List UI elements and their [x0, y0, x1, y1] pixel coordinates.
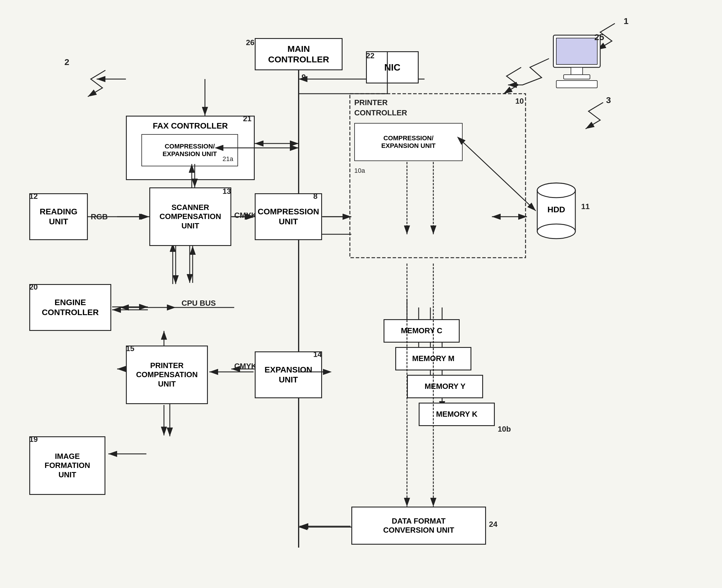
ref-14: 14: [313, 350, 322, 359]
ref-12: 12: [29, 192, 38, 201]
ref-13: 13: [222, 187, 231, 196]
main-controller-box: MAINCONTROLLER: [255, 38, 343, 70]
svg-rect-41: [556, 38, 597, 64]
diagram: MAINCONTROLLER 26 9 FAX CONTROLLER COMPR…: [0, 0, 722, 588]
fax-controller-box: FAX CONTROLLER COMPRESSION/EXPANSION UNI…: [126, 115, 255, 180]
ref-20: 20: [29, 282, 38, 292]
scanner-compensation-box: SCANNERCOMPENSATIONUNIT: [149, 187, 231, 246]
scanner-compensation-label: SCANNERCOMPENSATIONUNIT: [160, 203, 221, 230]
ref-2-label: 2: [64, 57, 69, 67]
compression-unit-box: COMPRESSIONUNIT: [255, 193, 322, 240]
cmyk-label-2: CMYK: [234, 362, 257, 371]
ref-9: 9: [301, 72, 306, 82]
memory-y-label: MEMORY Y: [425, 382, 466, 391]
expansion-unit-box: EXPANSIONUNIT: [255, 351, 322, 398]
reading-unit-label: READINGUNIT: [40, 207, 77, 226]
printer-compensation-label: PRINTERCOMPENSATIONUNIT: [136, 361, 198, 388]
memory-k-box: MEMORY K: [419, 403, 495, 426]
svg-point-38: [537, 224, 575, 239]
ref-25: 25: [594, 32, 604, 42]
hdd-label: HDD: [536, 205, 577, 214]
ref-21a: 21a: [222, 155, 233, 163]
memory-y-box: MEMORY Y: [407, 375, 483, 398]
ref-10a: 10a: [354, 167, 365, 174]
hdd-box: HDD: [536, 182, 577, 240]
memory-c-label: MEMORY C: [401, 326, 442, 335]
memory-k-label: MEMORY K: [436, 410, 477, 419]
image-formation-box: IMAGEFORMATIONUNIT: [29, 436, 105, 495]
rgb-label: RGB: [91, 212, 108, 222]
ref-1: 1: [624, 16, 629, 26]
svg-rect-43: [564, 75, 590, 79]
printer-compression-box: COMPRESSION/EXPANSION UNIT: [354, 123, 463, 161]
svg-line-68: [464, 143, 536, 211]
compression-unit-label: COMPRESSIONUNIT: [258, 207, 319, 226]
reading-unit-box: READINGUNIT: [29, 193, 88, 240]
ref-10: 10: [515, 97, 524, 106]
cmyk-label-1: CMYK: [234, 211, 257, 220]
printer-compression-label: COMPRESSION/EXPANSION UNIT: [381, 134, 436, 150]
expansion-unit-label: EXPANSIONUNIT: [265, 365, 312, 384]
ref-19: 19: [29, 435, 38, 444]
memory-m-label: MEMORY M: [412, 354, 454, 363]
svg-point-39: [537, 183, 575, 198]
nic-label: NIC: [384, 62, 400, 73]
printer-controller-region-label2: CONTROLLER: [354, 108, 407, 118]
memory-m-box: MEMORY M: [395, 347, 471, 371]
engine-controller-label: ENGINECONTROLLER: [42, 297, 99, 317]
ref-24: 24: [489, 520, 497, 529]
ref-8: 8: [313, 192, 317, 201]
memory-c-box: MEMORY C: [384, 319, 460, 343]
svg-rect-35: [350, 94, 526, 258]
ref-26: 26: [246, 38, 254, 47]
engine-controller-box: ENGINECONTROLLER: [29, 284, 111, 331]
printer-compensation-box: PRINTERCOMPENSATIONUNIT: [126, 345, 208, 404]
ref-22: 22: [366, 51, 375, 60]
printer-controller-region-label: PRINTER: [354, 98, 388, 107]
svg-rect-44: [556, 81, 597, 88]
ref-3-label: 3: [606, 95, 611, 105]
ref-11: 11: [581, 202, 590, 211]
ref-15: 15: [126, 344, 134, 353]
svg-rect-42: [571, 67, 582, 75]
ref-21: 21: [243, 114, 252, 123]
fax-controller-label-top: FAX CONTROLLER: [127, 121, 254, 131]
main-controller-label: MAINCONTROLLER: [268, 44, 329, 65]
data-format-box: DATA FORMATCONVERSION UNIT: [351, 507, 486, 545]
fax-compression-label: COMPRESSION/EXPANSION UNIT: [163, 143, 217, 158]
image-formation-label: IMAGEFORMATIONUNIT: [44, 452, 90, 479]
data-format-label: DATA FORMATCONVERSION UNIT: [383, 517, 454, 535]
ref-10b: 10b: [498, 425, 511, 434]
cpu-bus-label: CPU BUS: [182, 299, 216, 308]
